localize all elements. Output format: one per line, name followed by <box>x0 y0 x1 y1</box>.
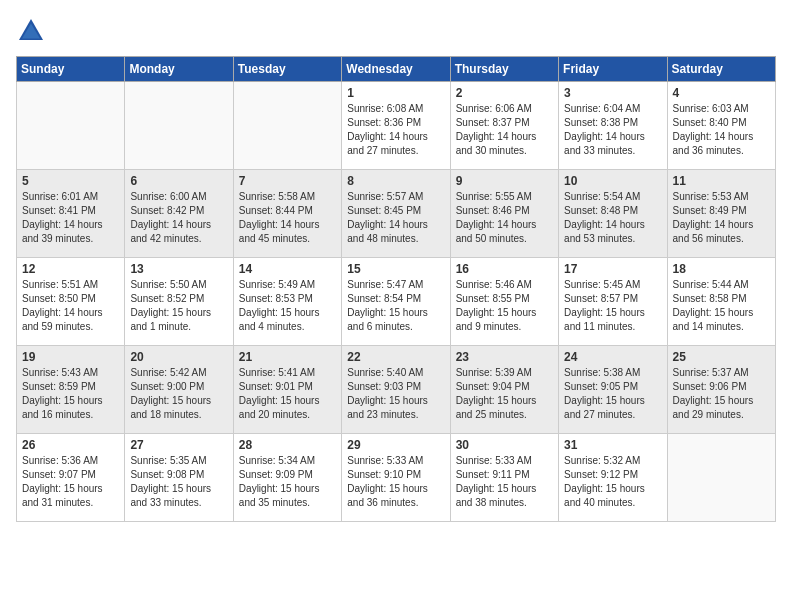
sunrise-label: Sunrise: 6:01 AM <box>22 191 98 202</box>
daylight-label: Daylight: 14 hours and 53 minutes. <box>564 219 645 244</box>
sunset-label: Sunset: 8:38 PM <box>564 117 638 128</box>
daylight-label: Daylight: 15 hours and 40 minutes. <box>564 483 645 508</box>
sunrise-label: Sunrise: 5:51 AM <box>22 279 98 290</box>
daylight-label: Daylight: 15 hours and 6 minutes. <box>347 307 428 332</box>
day-info: Sunrise: 6:01 AM Sunset: 8:41 PM Dayligh… <box>22 190 119 246</box>
daylight-label: Daylight: 14 hours and 30 minutes. <box>456 131 537 156</box>
calendar-day-cell: 3 Sunrise: 6:04 AM Sunset: 8:38 PM Dayli… <box>559 82 667 170</box>
day-info: Sunrise: 5:38 AM Sunset: 9:05 PM Dayligh… <box>564 366 661 422</box>
daylight-label: Daylight: 15 hours and 14 minutes. <box>673 307 754 332</box>
daylight-label: Daylight: 14 hours and 39 minutes. <box>22 219 103 244</box>
day-info: Sunrise: 5:46 AM Sunset: 8:55 PM Dayligh… <box>456 278 553 334</box>
sunrise-label: Sunrise: 5:38 AM <box>564 367 640 378</box>
day-number: 22 <box>347 350 444 364</box>
calendar-day-cell: 23 Sunrise: 5:39 AM Sunset: 9:04 PM Dayl… <box>450 346 558 434</box>
day-number: 6 <box>130 174 227 188</box>
logo-icon <box>16 16 46 46</box>
daylight-label: Daylight: 14 hours and 50 minutes. <box>456 219 537 244</box>
sunset-label: Sunset: 8:41 PM <box>22 205 96 216</box>
day-info: Sunrise: 5:42 AM Sunset: 9:00 PM Dayligh… <box>130 366 227 422</box>
calendar-week-row: 19 Sunrise: 5:43 AM Sunset: 8:59 PM Dayl… <box>17 346 776 434</box>
day-info: Sunrise: 6:08 AM Sunset: 8:36 PM Dayligh… <box>347 102 444 158</box>
day-info: Sunrise: 5:45 AM Sunset: 8:57 PM Dayligh… <box>564 278 661 334</box>
daylight-label: Daylight: 15 hours and 31 minutes. <box>22 483 103 508</box>
day-number: 16 <box>456 262 553 276</box>
day-info: Sunrise: 6:00 AM Sunset: 8:42 PM Dayligh… <box>130 190 227 246</box>
day-number: 5 <box>22 174 119 188</box>
sunset-label: Sunset: 8:36 PM <box>347 117 421 128</box>
calendar-day-cell: 28 Sunrise: 5:34 AM Sunset: 9:09 PM Dayl… <box>233 434 341 522</box>
calendar-day-cell: 30 Sunrise: 5:33 AM Sunset: 9:11 PM Dayl… <box>450 434 558 522</box>
sunrise-label: Sunrise: 5:43 AM <box>22 367 98 378</box>
day-number: 1 <box>347 86 444 100</box>
day-number: 28 <box>239 438 336 452</box>
daylight-label: Daylight: 14 hours and 59 minutes. <box>22 307 103 332</box>
calendar-day-cell: 17 Sunrise: 5:45 AM Sunset: 8:57 PM Dayl… <box>559 258 667 346</box>
sunset-label: Sunset: 8:42 PM <box>130 205 204 216</box>
calendar-day-cell: 7 Sunrise: 5:58 AM Sunset: 8:44 PM Dayli… <box>233 170 341 258</box>
day-number: 15 <box>347 262 444 276</box>
daylight-label: Daylight: 15 hours and 4 minutes. <box>239 307 320 332</box>
calendar-day-cell: 22 Sunrise: 5:40 AM Sunset: 9:03 PM Dayl… <box>342 346 450 434</box>
day-info: Sunrise: 6:03 AM Sunset: 8:40 PM Dayligh… <box>673 102 770 158</box>
sunrise-label: Sunrise: 5:49 AM <box>239 279 315 290</box>
day-number: 2 <box>456 86 553 100</box>
daylight-label: Daylight: 15 hours and 18 minutes. <box>130 395 211 420</box>
sunset-label: Sunset: 9:05 PM <box>564 381 638 392</box>
logo <box>16 16 50 46</box>
calendar-day-cell: 25 Sunrise: 5:37 AM Sunset: 9:06 PM Dayl… <box>667 346 775 434</box>
calendar-week-row: 12 Sunrise: 5:51 AM Sunset: 8:50 PM Dayl… <box>17 258 776 346</box>
daylight-label: Daylight: 15 hours and 29 minutes. <box>673 395 754 420</box>
day-info: Sunrise: 5:37 AM Sunset: 9:06 PM Dayligh… <box>673 366 770 422</box>
sunset-label: Sunset: 8:37 PM <box>456 117 530 128</box>
weekday-header: Saturday <box>667 57 775 82</box>
page-header <box>16 16 776 46</box>
daylight-label: Daylight: 14 hours and 45 minutes. <box>239 219 320 244</box>
sunset-label: Sunset: 8:57 PM <box>564 293 638 304</box>
day-number: 27 <box>130 438 227 452</box>
sunrise-label: Sunrise: 5:33 AM <box>347 455 423 466</box>
calendar-day-cell: 31 Sunrise: 5:32 AM Sunset: 9:12 PM Dayl… <box>559 434 667 522</box>
calendar-day-cell: 4 Sunrise: 6:03 AM Sunset: 8:40 PM Dayli… <box>667 82 775 170</box>
sunrise-label: Sunrise: 6:06 AM <box>456 103 532 114</box>
calendar-table: SundayMondayTuesdayWednesdayThursdayFrid… <box>16 56 776 522</box>
weekday-header: Thursday <box>450 57 558 82</box>
day-number: 26 <box>22 438 119 452</box>
daylight-label: Daylight: 14 hours and 27 minutes. <box>347 131 428 156</box>
sunset-label: Sunset: 9:12 PM <box>564 469 638 480</box>
calendar-day-cell <box>125 82 233 170</box>
daylight-label: Daylight: 14 hours and 42 minutes. <box>130 219 211 244</box>
sunset-label: Sunset: 8:53 PM <box>239 293 313 304</box>
day-number: 13 <box>130 262 227 276</box>
calendar-day-cell <box>17 82 125 170</box>
sunset-label: Sunset: 9:11 PM <box>456 469 530 480</box>
sunset-label: Sunset: 9:00 PM <box>130 381 204 392</box>
day-info: Sunrise: 5:40 AM Sunset: 9:03 PM Dayligh… <box>347 366 444 422</box>
day-number: 31 <box>564 438 661 452</box>
calendar-day-cell <box>667 434 775 522</box>
sunrise-label: Sunrise: 5:47 AM <box>347 279 423 290</box>
day-info: Sunrise: 5:35 AM Sunset: 9:08 PM Dayligh… <box>130 454 227 510</box>
day-info: Sunrise: 5:41 AM Sunset: 9:01 PM Dayligh… <box>239 366 336 422</box>
calendar-day-cell: 9 Sunrise: 5:55 AM Sunset: 8:46 PM Dayli… <box>450 170 558 258</box>
calendar-day-cell: 1 Sunrise: 6:08 AM Sunset: 8:36 PM Dayli… <box>342 82 450 170</box>
day-info: Sunrise: 5:53 AM Sunset: 8:49 PM Dayligh… <box>673 190 770 246</box>
day-number: 9 <box>456 174 553 188</box>
day-number: 12 <box>22 262 119 276</box>
sunrise-label: Sunrise: 5:44 AM <box>673 279 749 290</box>
day-info: Sunrise: 5:32 AM Sunset: 9:12 PM Dayligh… <box>564 454 661 510</box>
sunset-label: Sunset: 8:46 PM <box>456 205 530 216</box>
sunset-label: Sunset: 8:48 PM <box>564 205 638 216</box>
calendar-day-cell: 21 Sunrise: 5:41 AM Sunset: 9:01 PM Dayl… <box>233 346 341 434</box>
sunset-label: Sunset: 9:07 PM <box>22 469 96 480</box>
day-number: 25 <box>673 350 770 364</box>
day-info: Sunrise: 5:34 AM Sunset: 9:09 PM Dayligh… <box>239 454 336 510</box>
sunrise-label: Sunrise: 5:53 AM <box>673 191 749 202</box>
sunrise-label: Sunrise: 5:34 AM <box>239 455 315 466</box>
calendar-day-cell: 5 Sunrise: 6:01 AM Sunset: 8:41 PM Dayli… <box>17 170 125 258</box>
day-number: 8 <box>347 174 444 188</box>
sunset-label: Sunset: 9:09 PM <box>239 469 313 480</box>
day-info: Sunrise: 5:36 AM Sunset: 9:07 PM Dayligh… <box>22 454 119 510</box>
daylight-label: Daylight: 15 hours and 36 minutes. <box>347 483 428 508</box>
day-number: 20 <box>130 350 227 364</box>
